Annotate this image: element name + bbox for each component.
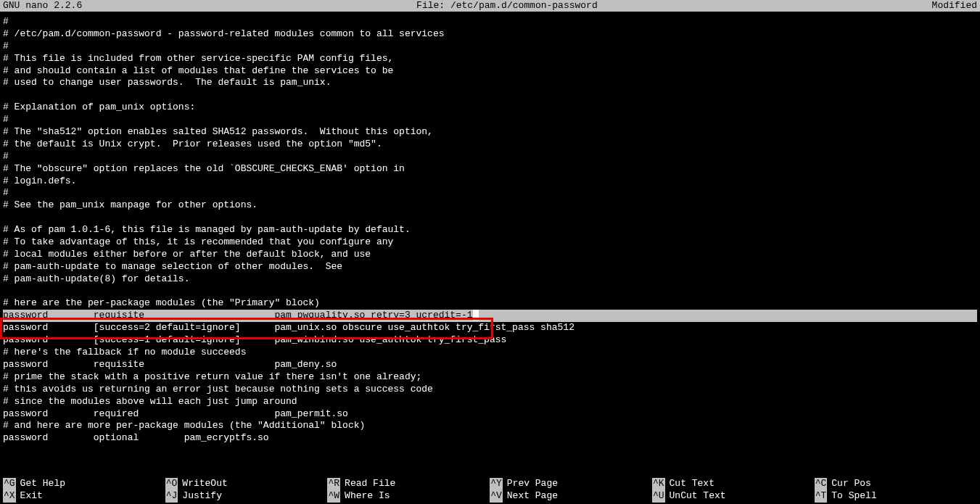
shortcut-key: ^W	[327, 490, 340, 503]
file-line	[3, 212, 977, 224]
shortcut-item[interactable]: ^TTo Spell	[815, 490, 977, 503]
shortcut-item[interactable]: ^OWriteOut	[165, 478, 328, 490]
file-line: # To take advantage of this, it is recom…	[3, 236, 977, 249]
file-line: # the default is Unix crypt. Prior relea…	[3, 139, 977, 151]
file-line: # The "sha512" option enables salted SHA…	[3, 126, 977, 139]
shortcut-label: To Spell	[831, 490, 876, 503]
file-line: # login.defs.	[3, 175, 977, 188]
text-cursor	[473, 310, 479, 321]
file-line: # local modules either before or after t…	[3, 249, 977, 261]
file-line: #	[3, 114, 977, 126]
shortcut-label: Next Page	[507, 490, 558, 503]
file-line: # here's the fallback if no module succe…	[3, 347, 977, 359]
editor-content[interactable]: ## /etc/pam.d/common-password - password…	[0, 12, 980, 445]
shortcut-key: ^Y	[490, 478, 503, 490]
file-line: # /etc/pam.d/common-password - password-…	[3, 28, 977, 41]
shortcut-key: ^J	[165, 490, 178, 503]
shortcut-label: Exit	[20, 490, 43, 503]
file-line: # here are the per-package modules (the …	[3, 297, 977, 310]
file-path: File: /etc/pam.d/common-password	[82, 0, 931, 12]
shortcut-item[interactable]: ^RRead File	[327, 478, 490, 490]
file-line: #	[3, 151, 977, 163]
shortcut-item[interactable]: ^KCut Text	[652, 478, 815, 490]
file-line: password [success=1 default=ignore] pam_…	[3, 334, 977, 347]
shortcut-key: ^U	[652, 490, 665, 503]
shortcut-item[interactable]: ^VNext Page	[490, 490, 652, 503]
shortcut-key: ^V	[490, 490, 503, 503]
shortcut-key: ^K	[652, 478, 665, 490]
shortcut-item[interactable]: ^UUnCut Text	[652, 490, 815, 503]
file-line: #	[3, 187, 977, 199]
file-line: # As of pam 1.0.1-6, this file is manage…	[3, 224, 977, 236]
modified-status: Modified	[932, 0, 977, 12]
shortcut-key: ^C	[815, 478, 828, 490]
file-line: #	[3, 41, 977, 53]
shortcut-label: Get Help	[20, 478, 65, 490]
shortcut-item[interactable]: ^JJustify	[165, 490, 328, 503]
file-line: password requisite pam_deny.so	[3, 359, 977, 371]
file-line: # pam-auth-update(8) for details.	[3, 273, 977, 286]
shortcut-item[interactable]: ^GGet Help	[3, 478, 165, 490]
file-line: # pam-auth-update to manage selection of…	[3, 261, 977, 273]
file-line: # prime the stack with a positive return…	[3, 371, 977, 384]
file-line: password required pam_permit.so	[3, 408, 977, 421]
file-line	[3, 286, 977, 298]
shortcut-label: Justify	[182, 490, 222, 503]
file-line: # See the pam_unix manpage for other opt…	[3, 199, 977, 212]
shortcut-row-2: ^XExit^JJustify^WWhere Is^VNext Page^UUn…	[3, 490, 977, 503]
shortcut-bar: ^GGet Help^OWriteOut^RRead File^YPrev Pa…	[0, 478, 980, 504]
file-line: # The "obscure" option replaces the old …	[3, 163, 977, 175]
shortcut-label: Prev Page	[507, 478, 558, 490]
shortcut-item[interactable]: ^CCur Pos	[815, 478, 977, 490]
shortcut-label: Cur Pos	[831, 478, 871, 490]
shortcut-label: Cut Text	[670, 478, 715, 490]
file-line: # this avoids us returning an error just…	[3, 384, 977, 396]
file-line: #	[3, 16, 977, 28]
shortcut-row-1: ^GGet Help^OWriteOut^RRead File^YPrev Pa…	[3, 478, 977, 490]
file-line	[3, 89, 977, 102]
shortcut-key: ^R	[327, 478, 340, 490]
shortcut-key: ^X	[3, 490, 16, 503]
highlighted-line: password requisite pam_pwquality.so retr…	[3, 310, 977, 322]
editor-header: GNU nano 2.2.6 File: /etc/pam.d/common-p…	[0, 0, 980, 12]
file-line: # Explanation of pam_unix options:	[3, 102, 977, 114]
shortcut-item[interactable]: ^WWhere Is	[327, 490, 490, 503]
shortcut-key: ^T	[815, 490, 828, 503]
file-line: # since the modules above will each just…	[3, 396, 977, 408]
file-line: password optional pam_ecryptfs.so	[3, 432, 977, 445]
shortcut-label: UnCut Text	[670, 490, 726, 503]
file-line: password [success=2 default=ignore] pam_…	[3, 322, 977, 334]
shortcut-label: Read File	[345, 478, 395, 490]
file-line: # and should contain a list of modules t…	[3, 65, 977, 78]
shortcut-key: ^G	[3, 478, 16, 490]
shortcut-label: Where Is	[345, 490, 390, 503]
file-line: # and here are more per-package modules …	[3, 420, 977, 432]
shortcut-label: WriteOut	[182, 478, 227, 490]
shortcut-item[interactable]: ^YPrev Page	[490, 478, 652, 490]
file-line: # This file is included from other servi…	[3, 53, 977, 65]
shortcut-item[interactable]: ^XExit	[3, 490, 165, 503]
file-line: # used to change user passwords. The def…	[3, 77, 977, 89]
app-name: GNU nano 2.2.6	[3, 0, 82, 12]
shortcut-key: ^O	[165, 478, 178, 490]
